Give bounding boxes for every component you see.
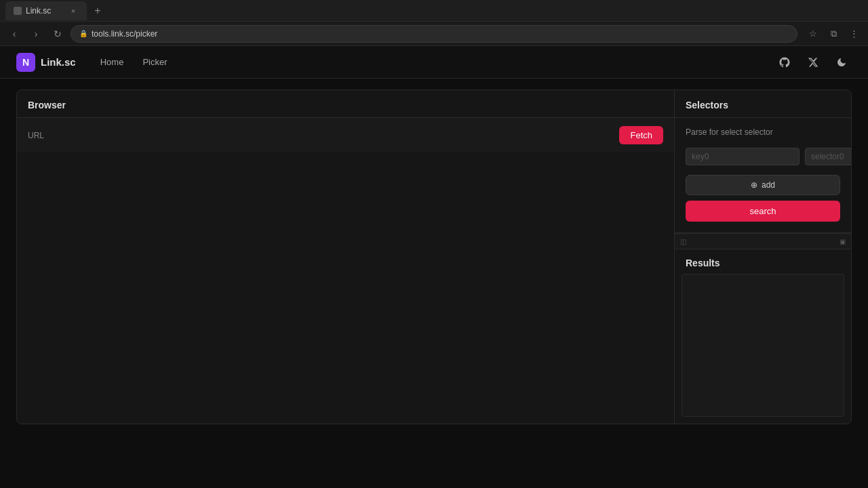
address-text: tools.link.sc/picker: [92, 29, 157, 39]
selectors-title: Selectors: [686, 100, 728, 110]
forward-button[interactable]: ›: [27, 25, 45, 43]
results-header: Results: [675, 249, 851, 274]
logo-icon: N: [16, 53, 35, 72]
add-label: add: [762, 180, 775, 190]
url-bar-row: URL Fetch: [17, 118, 674, 152]
selectors-upper: Selectors Parse for select selector ⊕ ad…: [675, 90, 851, 233]
browser-panel: Browser URL Fetch: [17, 90, 675, 424]
more-button[interactable]: ⋮: [845, 25, 863, 43]
nav-link-picker[interactable]: Picker: [134, 53, 175, 71]
results-section: Results: [675, 249, 851, 424]
selectors-panel-header: Selectors: [675, 90, 851, 118]
resize-left-icon: ◫: [680, 238, 686, 245]
add-button[interactable]: ⊕ add: [686, 175, 840, 195]
theme-toggle-button[interactable]: [831, 52, 852, 73]
nav-links: Home Picker: [92, 53, 176, 71]
nav-link-home[interactable]: Home: [92, 53, 132, 71]
logo-text: Link.sc: [41, 56, 76, 68]
extensions-button[interactable]: ⧉: [825, 25, 842, 43]
browser-viewport: [17, 152, 674, 424]
bookmark-button[interactable]: ☆: [804, 25, 822, 43]
search-button[interactable]: search: [686, 201, 840, 222]
resize-handle[interactable]: ◫ ▣: [675, 233, 851, 249]
selectors-panel: Selectors Parse for select selector ⊕ ad…: [675, 90, 851, 424]
tab-favicon: [14, 7, 22, 15]
tab-title: Link.sc: [26, 6, 51, 16]
url-label: URL: [28, 131, 48, 140]
active-tab[interactable]: Link.sc ×: [5, 1, 87, 20]
logo: N Link.sc: [16, 53, 76, 72]
tab-close-button[interactable]: ×: [68, 5, 79, 16]
lock-icon: 🔒: [79, 30, 87, 37]
app-header: N Link.sc Home Picker: [0, 46, 868, 79]
add-icon: ⊕: [751, 180, 757, 190]
address-bar[interactable]: 🔒 tools.link.sc/picker: [71, 25, 797, 43]
nav-bar: ‹ › ↻ 🔒 tools.link.sc/picker ☆ ⧉ ⋮: [0, 22, 868, 46]
header-actions: [774, 52, 852, 73]
selector-row: [675, 144, 851, 169]
selector-input[interactable]: [805, 148, 852, 165]
tab-bar: Link.sc × +: [0, 0, 868, 22]
new-tab-button[interactable]: +: [88, 1, 107, 20]
browser-panel-title: Browser: [28, 100, 66, 110]
nav-actions: ☆ ⧉ ⋮: [804, 25, 863, 43]
browser-panel-header: Browser: [17, 90, 674, 118]
results-content: [682, 274, 844, 417]
key-input[interactable]: [686, 148, 800, 165]
url-input[interactable]: [55, 130, 612, 140]
parse-label: Parse for select selector: [675, 118, 851, 144]
main-content: Browser URL Fetch Selectors Parse for se…: [0, 79, 868, 435]
tool-container: Browser URL Fetch Selectors Parse for se…: [16, 89, 852, 424]
fetch-button[interactable]: Fetch: [619, 126, 663, 144]
resize-right-icon: ▣: [840, 238, 846, 245]
refresh-button[interactable]: ↻: [49, 25, 66, 43]
twitter-button[interactable]: [803, 52, 823, 73]
results-title: Results: [686, 258, 720, 268]
github-button[interactable]: [774, 52, 795, 73]
back-button[interactable]: ‹: [5, 25, 23, 43]
